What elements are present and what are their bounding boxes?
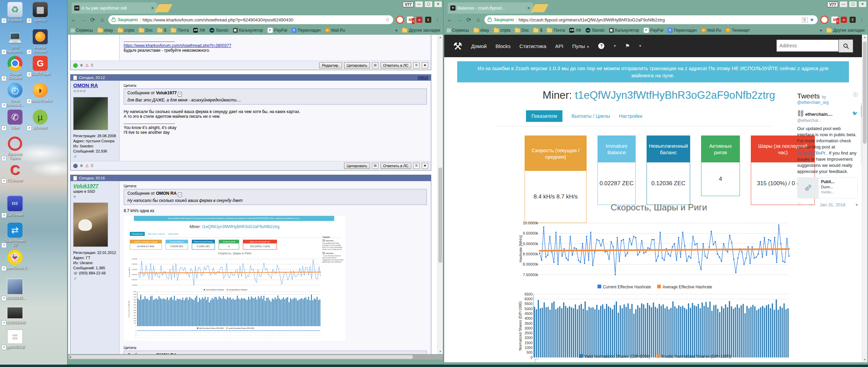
desktop-icon-image-file[interactable]: ↗4a2c28842... (3, 278, 27, 300)
multiquote-icon[interactable]: ▤ (372, 62, 378, 68)
ip-icon[interactable]: ☻ (422, 163, 428, 169)
back-icon[interactable]: ← (70, 16, 77, 23)
bookmarks-overflow-icon[interactable]: » (395, 28, 398, 33)
report-icon[interactable]: ⚠ (85, 163, 89, 168)
scroll-down-icon[interactable]: ▼ (862, 357, 867, 362)
quickreply-icon[interactable]: ⧉ (413, 163, 420, 169)
extension-badge[interactable]: V77 (403, 2, 414, 7)
bookmark-folder[interactable]: Почта (171, 28, 189, 33)
bookmark-folder[interactable]: cripta (494, 28, 510, 33)
bookmark-folder[interactable]: cripta (118, 28, 134, 33)
bookmark-star-icon[interactable]: ☆ (385, 17, 390, 23)
horizontal-scrollbar[interactable]: ▶ (68, 354, 443, 360)
vertical-scrollbar[interactable]: ▲ ▼ (862, 35, 867, 362)
desktop-icon-firefox[interactable]: ◗↗Mozilla Firefox (28, 83, 52, 103)
home-icon[interactable]: ⌂ (475, 16, 482, 23)
tweet-link[interactable]: bit.ly/2DZBvPt (797, 150, 825, 156)
scrollbar-thumb[interactable] (69, 355, 413, 359)
desktop-icon-revo-uninstaller[interactable]: ◴↗Revo Uninstall... (3, 83, 27, 107)
bookmark-folder[interactable]: $ (157, 28, 166, 33)
like-icon[interactable]: ♡ (797, 202, 801, 208)
reload-icon[interactable]: ⟳ (89, 16, 96, 23)
reply-pm-button[interactable]: Ответить в ЛС (381, 62, 411, 68)
maximize-button[interactable]: ▢ (424, 1, 433, 7)
new-tab-button[interactable] (155, 4, 173, 12)
minimize-button[interactable]: — (415, 1, 423, 7)
desktop-icon-utorrent[interactable]: µ↗µTorrent (28, 110, 52, 130)
epn-icon[interactable]: € (425, 17, 431, 23)
quote-button[interactable]: Цитировать (344, 163, 370, 169)
nav-пулы[interactable]: Пулы ▼ (572, 43, 590, 49)
bookmark-folder[interactable]: Doc (515, 28, 529, 33)
share-icon[interactable]: ↪ (809, 202, 812, 208)
help-icon[interactable]: ? (598, 43, 604, 49)
gmail-icon[interactable]: M1 (407, 16, 414, 23)
bookmark-folder[interactable]: Почта (547, 28, 565, 33)
address-bar[interactable]: Защищено https://zcash.flypool.org/miner… (484, 15, 818, 24)
desktop-icon-opera[interactable]: ↗Браузер Opera (3, 137, 27, 160)
minimize-button[interactable]: — (839, 1, 848, 7)
fvd-downloader-icon[interactable]: » (841, 17, 847, 23)
bookmark-calc[interactable]: ▦Калькулятор (233, 28, 263, 33)
address-bar[interactable]: Защищено https://www.kharkovforum.com/sh… (108, 15, 393, 24)
epn-icon[interactable]: € (850, 17, 856, 23)
scroll-up-icon[interactable]: ▲ (438, 35, 443, 40)
desktop-icon-ccleaner[interactable]: C↗CCleaner (3, 162, 27, 182)
desktop-icon-teamviewer[interactable]: ⇄↗TeamViewer 12 (3, 223, 27, 247)
desktop-icon-image-file-dark[interactable]: ↗4128816346 (3, 304, 27, 324)
desktop-icon-bartender[interactable]: ‖‖‖↗BarTender (3, 195, 27, 217)
nav-статистика[interactable]: Статистика (520, 43, 546, 49)
view-post-icon[interactable]: ↗ (178, 92, 182, 97)
user-info-icon[interactable]: ✱ (80, 63, 83, 68)
info-icon[interactable]: ⓘ (853, 92, 858, 98)
nav-api[interactable]: API (555, 43, 563, 49)
bookmark-translate[interactable]: 文Перекладач (668, 28, 697, 33)
scroll-up-icon[interactable]: ▲ (862, 35, 867, 40)
adblock-icon[interactable] (396, 16, 404, 24)
avatar[interactable] (73, 203, 108, 247)
translate-icon[interactable]: 文 (802, 17, 808, 23)
bookmark-xf[interactable]: ХФХФ (569, 28, 581, 33)
desktop-icon-document-file[interactable]: ▤▤▤▤↗fgp9NIEC8I (3, 330, 27, 349)
bookmark-paypal[interactable]: PPayPal (267, 28, 287, 33)
desktop-icon-chrome[interactable]: ↗Google Chrome (3, 56, 27, 80)
vertical-scrollbar[interactable]: ▲ ▼ (437, 35, 443, 354)
reply-pm-button[interactable]: Ответить в ЛС (381, 163, 411, 169)
reload-icon[interactable]: ⟳ (465, 16, 472, 23)
quote-button[interactable]: Цитировать (344, 62, 370, 68)
flag-icon[interactable]: ⚑ (625, 43, 630, 49)
tab-vyplaty[interactable]: Выплаты / Циклы (571, 113, 610, 119)
extension-badge[interactable]: V77 (827, 2, 838, 7)
other-bookmarks[interactable]: Другие закладки (826, 28, 865, 33)
bookmark-folder[interactable]: ebay (97, 28, 113, 33)
bookmark-calc[interactable]: ▦Калькулятор (609, 28, 639, 33)
avatar[interactable] (73, 97, 108, 130)
bookmark-folder[interactable]: ebay (474, 28, 489, 33)
tab-pokazateli[interactable]: Показатели (526, 110, 562, 122)
url-text[interactable]: https://zcash.flypool.org/miners/t1eQfWJ… (518, 17, 800, 22)
new-tab-button[interactable] (531, 4, 549, 12)
nav-blocks[interactable]: Blocks (496, 43, 511, 49)
fvd-downloader-icon[interactable]: » (416, 17, 422, 23)
forward-icon[interactable]: → (80, 16, 87, 23)
quickreply-icon[interactable]: ⧉ (413, 62, 420, 68)
gmail-icon[interactable]: M1 (831, 16, 838, 23)
menu-icon[interactable]: ⋮ (434, 17, 441, 22)
more-caret-icon[interactable]: ▾ (855, 202, 858, 208)
adblock-icon[interactable] (820, 16, 828, 24)
back-icon[interactable]: ← (446, 16, 453, 23)
view-post-icon[interactable]: ↗ (178, 192, 182, 197)
desktop-icon-gom-player[interactable]: G↗GOM Player (28, 56, 52, 76)
tab-nastroyki[interactable]: Настройки (619, 113, 642, 119)
signature-link[interactable]: https://www.kharkovforum.com/showthread.… (124, 43, 231, 48)
tab-close-icon[interactable]: ✕ (527, 6, 530, 11)
bookmark-xf[interactable]: ХФХФ (193, 28, 205, 33)
scrollbar-thumb[interactable] (438, 167, 442, 263)
username-link[interactable]: OMON RA (73, 82, 98, 88)
menu-icon[interactable]: ⋮ (858, 17, 865, 22)
browser-tab[interactable]: ⚒ Balances - zcash.flypool... ✕ (448, 2, 533, 14)
home-icon[interactable]: ⌂ (99, 16, 106, 23)
bookmark-folder[interactable]: $ (533, 28, 542, 33)
bookmark-translate[interactable]: 文Перекладач (292, 28, 321, 33)
close-button[interactable]: ✕ (434, 1, 442, 7)
